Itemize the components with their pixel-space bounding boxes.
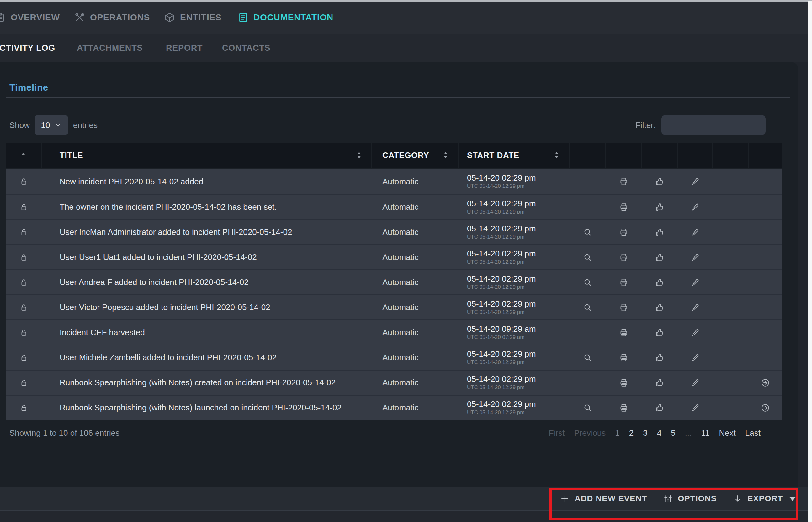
row-print-icon[interactable] — [619, 378, 629, 387]
row-print-icon[interactable] — [619, 177, 629, 186]
row-print-icon[interactable] — [619, 278, 629, 287]
page-size-select[interactable]: 10 — [35, 115, 68, 135]
row-edit-icon[interactable] — [691, 253, 700, 262]
page-2[interactable]: 2 — [629, 428, 634, 438]
page-next[interactable]: Next — [719, 428, 735, 438]
row-goto-icon[interactable] — [760, 378, 770, 387]
row-like-icon[interactable] — [655, 303, 665, 312]
row-edit-icon[interactable] — [691, 303, 700, 312]
row-goto-icon-cell — [749, 220, 782, 244]
add-new-event-label: ADD NEW EVENT — [575, 494, 647, 503]
column-header-sort[interactable] — [6, 143, 42, 168]
tab-overview[interactable]: OVERVIEW — [0, 2, 60, 34]
row-start-date: 05-14-20 02:29 pmUTC 05-14-20 12:29 pm — [459, 220, 570, 244]
page-5[interactable]: 5 — [671, 428, 675, 438]
row-like-icon[interactable] — [655, 378, 665, 387]
row-print-icon[interactable] — [619, 227, 629, 237]
column-header-category-label: CATEGORY — [382, 150, 429, 160]
row-edit-icon[interactable] — [691, 278, 700, 287]
row-spare-cell — [713, 169, 749, 194]
row-print-icon[interactable] — [619, 328, 629, 337]
page-first[interactable]: First — [549, 428, 565, 438]
row-print-icon-cell — [606, 295, 642, 319]
page-3[interactable]: 3 — [643, 428, 647, 438]
row-goto-icon-cell — [749, 245, 782, 269]
subtab-activity-log[interactable]: ACTIVITY LOG — [0, 34, 55, 62]
tab-documentation[interactable]: DOCUMENTATION — [238, 2, 333, 34]
column-header-start-date[interactable]: START DATE — [459, 143, 570, 168]
table-row: New incident PHI-2020-05-14-02 addedAuto… — [6, 169, 782, 194]
add-new-event-button[interactable]: ADD NEW EVENT — [560, 494, 647, 503]
row-date-local: 05-14-20 02:29 pm — [467, 173, 536, 182]
row-edit-icon-cell — [678, 220, 713, 244]
row-edit-icon[interactable] — [691, 328, 700, 337]
row-print-icon-cell — [606, 245, 642, 269]
page-last[interactable]: Last — [745, 428, 760, 438]
row-date-utc: UTC 05-14-20 07:29 am — [467, 334, 524, 341]
column-header-title[interactable]: TITLE — [42, 143, 372, 168]
row-print-icon[interactable] — [619, 303, 629, 312]
row-search-icon[interactable] — [583, 303, 592, 312]
sort-both-icon[interactable] — [553, 151, 560, 159]
sub-nav: ACTIVITY LOGATTACHMENTSREPORTCONTACTS — [0, 34, 808, 62]
row-like-icon[interactable] — [655, 253, 665, 262]
row-like-icon[interactable] — [655, 227, 665, 237]
row-like-icon[interactable] — [655, 353, 665, 362]
row-edit-icon[interactable] — [691, 227, 700, 237]
row-spare-cell — [713, 345, 749, 369]
tools-icon — [74, 12, 85, 23]
lock-icon — [6, 245, 42, 269]
export-button[interactable]: EXPORT — [733, 494, 796, 503]
subtab-contacts[interactable]: CONTACTS — [222, 34, 270, 62]
row-like-icon[interactable] — [655, 203, 665, 212]
subtab-report[interactable]: REPORT — [166, 34, 203, 62]
row-like-icon[interactable] — [655, 278, 665, 287]
row-print-icon-cell — [606, 220, 642, 244]
row-print-icon[interactable] — [619, 203, 629, 212]
subtab-attachments[interactable]: ATTACHMENTS — [77, 34, 143, 62]
row-like-icon-cell — [642, 245, 678, 269]
row-title: User IncMan Administrator added to incid… — [42, 220, 372, 244]
options-button[interactable]: OPTIONS — [664, 494, 717, 503]
row-like-icon[interactable] — [655, 328, 665, 337]
row-goto-icon[interactable] — [760, 403, 770, 413]
tab-label: ENTITIES — [180, 13, 221, 23]
row-edit-icon[interactable] — [691, 403, 700, 413]
row-search-icon[interactable] — [583, 253, 592, 262]
sort-both-icon[interactable] — [442, 151, 449, 159]
row-like-icon[interactable] — [655, 403, 665, 413]
lock-icon — [6, 270, 42, 295]
filter-input[interactable] — [661, 115, 766, 135]
row-edit-icon[interactable] — [691, 203, 700, 212]
column-header-title-label: TITLE — [60, 150, 83, 160]
page-4[interactable]: 4 — [657, 428, 661, 438]
subtab-label: ATTACHMENTS — [77, 43, 143, 53]
row-date-utc: UTC 05-14-20 12:29 pm — [467, 233, 524, 241]
main-nav: OVERVIEWOPERATIONSENTITIESDOCUMENTATION — [0, 2, 808, 34]
row-spare-cell — [713, 195, 749, 219]
page-previous[interactable]: Previous — [574, 428, 606, 438]
tab-operations[interactable]: OPERATIONS — [74, 2, 150, 34]
row-start-date: 05-14-20 02:29 pmUTC 05-14-20 12:29 pm — [459, 270, 570, 295]
row-search-icon[interactable] — [583, 278, 592, 287]
sort-both-icon[interactable] — [356, 151, 362, 159]
row-edit-icon[interactable] — [691, 378, 700, 387]
tab-entities[interactable]: ENTITIES — [164, 2, 221, 34]
row-search-icon[interactable] — [583, 403, 592, 413]
row-start-date: 05-14-20 02:29 pmUTC 05-14-20 12:29 pm — [459, 370, 570, 395]
page-1[interactable]: 1 — [615, 428, 619, 438]
row-print-icon[interactable] — [619, 253, 629, 262]
row-edit-icon[interactable] — [691, 353, 700, 362]
column-header-category[interactable]: CATEGORY — [372, 143, 459, 168]
row-date-local: 05-14-20 02:29 pm — [467, 374, 536, 384]
title-divider — [6, 97, 790, 98]
row-search-icon[interactable] — [583, 227, 592, 237]
page-11[interactable]: 11 — [701, 428, 710, 438]
row-edit-icon[interactable] — [691, 177, 700, 186]
row-search-icon[interactable] — [583, 353, 592, 362]
row-category: Automatic — [372, 320, 459, 344]
row-print-icon[interactable] — [619, 403, 629, 413]
row-print-icon[interactable] — [619, 353, 629, 362]
row-like-icon[interactable] — [655, 177, 665, 186]
entries-label: entries — [73, 120, 98, 130]
